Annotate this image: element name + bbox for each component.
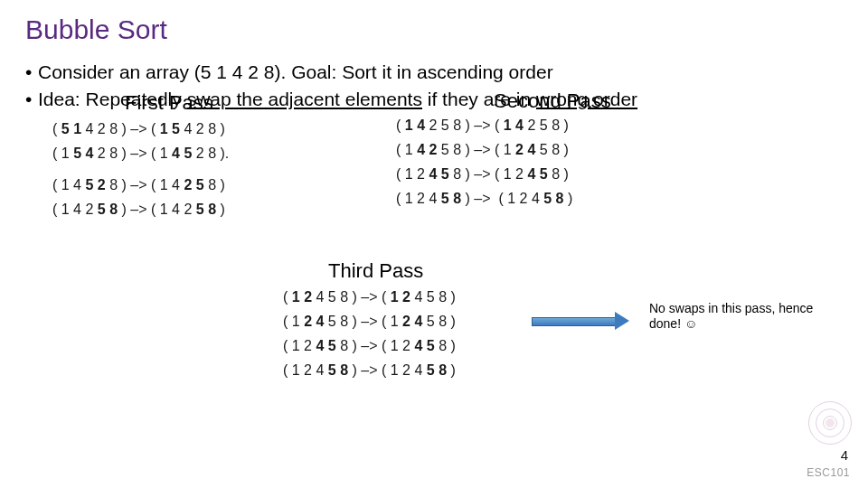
course-code: ESC101 <box>807 466 850 479</box>
first-pass-block: ( 5 1 4 2 8 ) –> ( 1 5 4 2 8 )( 1 5 4 2 … <box>52 117 229 222</box>
slide-title: Bubble Sort <box>25 14 843 45</box>
pass-area: First Pass Second Pass ( 5 1 4 2 8 ) –> … <box>25 91 843 254</box>
third-pass-label: Third Pass <box>328 259 423 283</box>
bullet-text: Consider an array (5 1 4 2 8). Goal: Sor… <box>38 60 553 85</box>
second-pass-label: Second Pass <box>494 89 611 113</box>
slide: Bubble Sort • Consider an array (5 1 4 2… <box>0 0 868 488</box>
third-pass-block: ( 1 2 4 5 8 ) –> ( 1 2 4 5 8 )( 1 2 4 5 … <box>283 285 456 383</box>
page-number: 4 <box>841 447 848 463</box>
first-pass-label: First Pass <box>125 91 213 115</box>
completion-note: No swaps in this pass, hence done! ☺ <box>649 301 839 333</box>
bullet-item: • Consider an array (5 1 4 2 8). Goal: S… <box>25 60 843 85</box>
arrow-icon <box>532 312 631 330</box>
bullet-dot: • <box>25 60 38 85</box>
second-pass-block: ( 1 4 2 5 8 ) –> ( 1 4 2 5 8 )( 1 4 2 5 … <box>396 113 572 211</box>
institute-logo-icon <box>808 401 852 445</box>
third-pass-area: Third Pass ( 1 2 4 5 8 ) –> ( 1 2 4 5 8 … <box>25 259 843 413</box>
